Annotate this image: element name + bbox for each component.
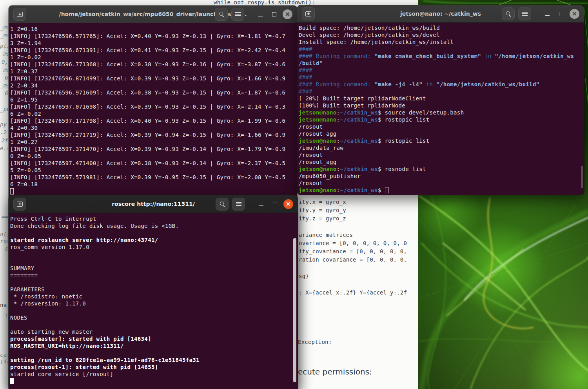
editor-text-fragment: Exception: <box>298 338 332 346</box>
maximize-button[interactable] <box>556 9 566 19</box>
terminal-line: Devel space: /home/jetson/catkin_ws/deve… <box>299 31 584 38</box>
titlebar[interactable]: roscore http://nano:11311/ × <box>9 195 298 213</box>
terminal-line: #### <box>299 88 584 95</box>
titlebar[interactable]: /home/jetson/catkin_ws/src/mpu6050_drive… <box>9 5 297 23</box>
editor-text-fragment: ecute permissions: <box>298 368 372 376</box>
search-icon <box>219 201 225 207</box>
terminal-line: /mpu6050_publisher <box>299 173 584 180</box>
menu-button[interactable] <box>518 7 531 20</box>
terminal-line: 0 Z=-0.05 <box>10 153 297 160</box>
minimize-button[interactable] <box>542 9 552 19</box>
terminal-line: NODES <box>10 314 298 321</box>
terminal-line <box>10 378 298 385</box>
terminal-content[interactable]: Press Ctrl-C to interruptDone checking l… <box>9 213 298 385</box>
terminal-window-roscore: roscore http://nano:11311/ × Press Ctrl-… <box>9 195 298 389</box>
editor-text-fragment: ity_covariance = [0, 0, 0, 0, 0, <box>299 247 407 255</box>
editor-text-fragment: _pu <box>0 105 8 113</box>
terminal-line: jetson@nano:~/catkin_ws$ <box>299 187 584 194</box>
minimize-icon <box>258 16 263 16</box>
menu-icon <box>522 12 528 16</box>
editor-text-fragment: e.s <box>0 144 8 152</box>
editor-text-fragment: == <box>0 213 8 221</box>
new-tab-icon <box>17 202 23 207</box>
editor-text-fragment: ovariance = [0, 0, 0, 0, 0, 0, 0 <box>299 239 407 247</box>
terminal-line: 3 Z=-1.94 <box>10 40 297 47</box>
titlebar[interactable]: jetson@nano: ~/catkin_ws × <box>297 5 584 23</box>
new-tab-icon <box>305 11 311 16</box>
terminal-content[interactable]: Build space: /home/jetson/catkin_ws/buil… <box>297 23 584 194</box>
editor-text-fragment: : X={accel_x:.2f} Y={accel_y:.2f <box>299 289 407 296</box>
terminal-line: #### <box>299 45 584 53</box>
close-button[interactable]: × <box>283 199 293 209</box>
menu-button[interactable] <box>231 8 244 21</box>
editor-text-fragment: : <box>0 311 8 318</box>
editor-text-fragment: 6 <box>0 74 8 82</box>
editor-text-fragment: _ms <box>0 50 8 58</box>
search-button[interactable] <box>215 8 228 21</box>
terminal-line: process[master]: started with pid [14634… <box>10 335 298 342</box>
maximize-button[interactable] <box>269 9 279 19</box>
editor-text-fragment: _ms <box>0 82 8 89</box>
minimize-button[interactable] <box>255 9 265 19</box>
terminal-line: auto-starting new master <box>10 328 298 335</box>
editor-text-fragment: py. <box>0 120 8 128</box>
terminal-content[interactable]: 1 Z=0.16[INFO] [1732476596.571765]: Acce… <box>9 23 297 195</box>
search-button[interactable] <box>502 7 515 20</box>
terminal-line: /rosout_agg <box>299 158 584 165</box>
terminal-line: /rosout_agg <box>299 130 584 137</box>
editor-text-fragment: ity.y = gyro_y <box>299 206 346 214</box>
editor-text-fragment: nat <box>0 301 8 309</box>
terminal-line: PARAMETERS <box>10 286 298 293</box>
close-icon: × <box>285 11 290 17</box>
terminal-line: 5 Z=-0.05 <box>10 167 297 174</box>
terminal-line: Done checking log file disk usage. Usage… <box>10 222 298 229</box>
terminal-line: [INFO] [1732476596.571765]: Accel: X=0.4… <box>10 33 297 40</box>
editor-text-fragment: ration_covariance = [0, 0, 0, 0, <box>299 256 407 264</box>
terminal-line: /build" <box>299 60 584 67</box>
editor-text-fragment: 2f <box>0 136 8 144</box>
scrollbar[interactable] <box>581 166 583 188</box>
terminal-line: 4 Z=0.30 <box>10 124 297 131</box>
editor-text-fragment: _ms <box>0 66 8 74</box>
editor-text-fragment: sg) <box>299 272 309 280</box>
terminal-line <box>10 321 298 328</box>
editor-text-fragment: 6 <box>0 89 8 97</box>
terminal-line: 1 Z=0.27 <box>10 138 297 145</box>
terminal-line: 6 Z=-0.02 <box>10 110 297 117</box>
minimize-button[interactable] <box>256 199 266 209</box>
terminal-line: [100%] Built target rplidarNode <box>299 102 584 109</box>
terminal-line: [ 20%] Built target rplidarNodeClient <box>299 95 584 102</box>
close-button[interactable]: × <box>283 9 292 19</box>
terminal-line: 2 Z=0.34 <box>10 82 297 89</box>
terminal-line: setting /run_id to 820fce1a-aa99-11ef-ad… <box>10 356 298 364</box>
terminal-line: 6 Z=1.95 <box>10 96 297 103</box>
terminal-line <box>10 229 298 236</box>
terminal-line: #### Running command: "make cmake_check_… <box>299 53 584 60</box>
editor-text-fragment: ros <box>0 237 8 245</box>
scrollbar[interactable] <box>293 238 296 382</box>
close-button[interactable]: × <box>570 9 579 19</box>
terminal-line <box>10 258 298 265</box>
terminal-line: started core service [/rosout] <box>10 371 298 378</box>
editor-text-fragment: cat <box>0 351 8 359</box>
terminal-line: jetson@nano:~/catkin_ws$ rostopic list <box>299 137 584 144</box>
terminal-line <box>10 279 298 286</box>
menu-button[interactable] <box>232 198 245 211</box>
close-icon: × <box>572 11 577 17</box>
editor-text-fragment: 0, <box>0 58 8 66</box>
new-tab-button[interactable] <box>302 7 315 20</box>
terminal-line: #### Running command: "make -j4 -l4" in … <box>299 81 584 88</box>
terminal-line: process[rosout-1]: started with pid [146… <box>10 364 298 371</box>
terminal-line <box>10 307 298 314</box>
terminal-line: #### <box>299 67 584 74</box>
terminal-line: [INFO] [1732476596.671391]: Accel: X=0.4… <box>10 47 297 54</box>
terminal-line: ros_comm version 1.17.0 <box>10 244 298 251</box>
editor-text-fragment: s <box>0 245 8 253</box>
terminal-line: /rosout <box>299 180 584 187</box>
new-tab-button[interactable] <box>13 8 26 21</box>
terminal-line: [INFO] [1732476597.371470]: Accel: X=0.3… <box>10 145 297 153</box>
maximize-button[interactable] <box>270 199 280 209</box>
editor-text-fragment: n() <box>0 230 8 238</box>
new-tab-button[interactable] <box>13 198 26 211</box>
search-button[interactable] <box>216 198 229 211</box>
